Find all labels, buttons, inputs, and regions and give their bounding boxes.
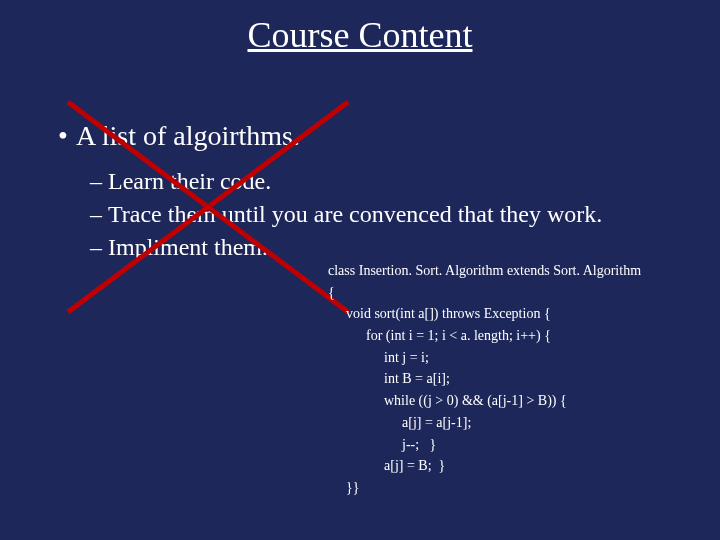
code-line: void sort(int a[]) throws Exception {	[328, 303, 641, 325]
code-line: {	[328, 282, 641, 304]
dash-icon: –	[90, 232, 108, 263]
bullet-list: •A list of algoirthms. –Learn their code…	[58, 120, 690, 266]
code-line: int j = i;	[328, 347, 641, 369]
bullet-dot-icon: •	[58, 120, 76, 152]
bullet-main-text: A list of algoirthms.	[76, 120, 300, 151]
bullet-main: •A list of algoirthms.	[58, 120, 690, 152]
code-line: while ((j > 0) && (a[j-1] > B)) {	[328, 390, 641, 412]
code-line: }}	[328, 477, 641, 499]
code-line: a[j] = a[j-1];	[328, 412, 641, 434]
slide: Course Content •A list of algoirthms. –L…	[0, 0, 720, 540]
code-line: j--; }	[328, 434, 641, 456]
bullet-sub-3-text: Impliment them.	[108, 234, 268, 260]
dash-icon: –	[90, 199, 108, 230]
slide-title: Course Content	[0, 14, 720, 56]
code-snippet: class Insertion. Sort. Algorithm extends…	[328, 260, 641, 499]
bullet-sub-2-text: Trace them until you are convenced that …	[108, 201, 602, 227]
bullet-sub-2: –Trace them until you are convenced that…	[90, 199, 690, 230]
bullet-sub-3: –Impliment them.	[90, 232, 690, 263]
dash-icon: –	[90, 166, 108, 197]
code-line: a[j] = B; }	[328, 455, 641, 477]
bullet-sub-1: –Learn their code.	[90, 166, 690, 197]
code-line: int B = a[i];	[328, 368, 641, 390]
code-line: class Insertion. Sort. Algorithm extends…	[328, 260, 641, 282]
code-line: for (int i = 1; i < a. length; i++) {	[328, 325, 641, 347]
bullet-sub-1-text: Learn their code.	[108, 168, 271, 194]
